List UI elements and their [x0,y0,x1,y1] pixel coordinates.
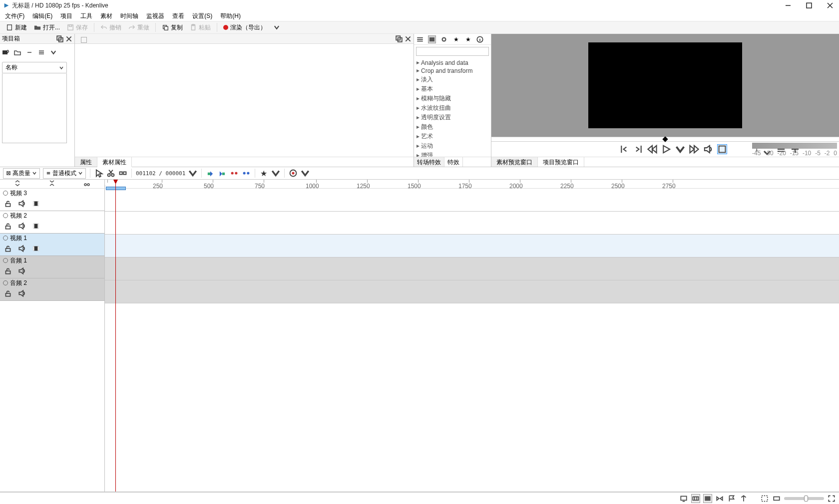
fx-category[interactable]: 透明度设置 [414,113,491,122]
status-video-icon[interactable] [703,494,712,503]
mute-icon[interactable] [18,289,26,299]
tl-fav-dropdown[interactable] [271,169,280,178]
menu-project[interactable]: 项目 [57,11,75,21]
menu-file[interactable]: 文件(F) [2,11,27,21]
zoom-slider[interactable] [784,497,824,500]
tab-properties[interactable]: 属性 [75,157,97,167]
mute-icon[interactable] [18,267,26,276]
track-header[interactable]: 视频 3 [0,189,104,211]
th-expand-icon[interactable] [14,180,20,188]
th-cut-icon[interactable] [84,180,90,188]
hide-video-icon[interactable] [32,222,40,232]
quality-dropdown[interactable]: 高质量 [3,168,40,179]
bin-menu-button[interactable] [38,49,45,57]
tab-project-monitor[interactable]: 项目预览窗口 [538,157,584,167]
open-button[interactable]: 打开... [31,22,63,33]
mode-dropdown[interactable]: 普通模式 [43,168,86,179]
tab-transitions[interactable]: 转场特效 [414,157,444,167]
fx-category[interactable]: 水波纹扭曲 [414,103,491,113]
menu-edit[interactable]: 编辑(E) [29,11,55,21]
track-enable-dot[interactable] [3,213,8,218]
tab-clip-properties[interactable]: 素材属性 [97,157,132,167]
delete-clip-button[interactable] [26,49,33,57]
fx-audio-icon[interactable] [440,35,448,43]
mute-icon[interactable] [18,200,26,209]
timecode-display[interactable]: 001102 / 000001 [136,170,185,177]
mon-set-out-icon[interactable] [633,144,643,154]
track-header[interactable]: 音频 1 [0,256,104,278]
track-enable-dot[interactable] [3,280,8,285]
mon-play-icon[interactable] [661,144,671,154]
tl-marker1-icon[interactable] [206,169,215,178]
tab-effects[interactable]: 特效 [444,157,463,167]
bin-body[interactable] [2,73,67,143]
menu-settings[interactable]: 设置(S) [189,11,215,21]
timeline-ruler[interactable]: 0250500750100012501500175020002250250027… [105,180,839,189]
tl-marker4-icon[interactable] [242,169,251,178]
close-button[interactable] [824,0,836,10]
bin-dropdown-button[interactable] [50,49,57,57]
redo-button[interactable]: 重做 [125,22,152,33]
save-button[interactable]: 保存 [64,22,91,33]
track-enable-dot[interactable] [3,236,8,241]
mon-rewind-icon[interactable] [647,144,657,154]
playhead[interactable] [115,180,116,492]
track-enable-dot[interactable] [3,191,8,196]
timeline-lane[interactable] [105,235,839,257]
undo-button[interactable]: 撤销 [97,22,124,33]
lock-icon[interactable] [4,222,12,232]
track-enable-dot[interactable] [3,258,8,263]
menu-tools[interactable]: 工具 [77,11,95,21]
lock-icon[interactable] [4,245,12,254]
status-snap-icon[interactable] [739,494,748,503]
new-button[interactable]: 新建 [3,22,30,33]
bin-name-header[interactable]: 名称 [2,62,67,73]
tl-preview-dropdown[interactable] [301,169,310,178]
hide-video-icon[interactable] [32,245,40,254]
lock-icon[interactable] [4,289,12,299]
timeline-lane[interactable] [105,257,839,280]
status-fit-icon[interactable] [760,494,769,503]
mon-fullscreen-icon[interactable] [717,144,727,154]
hide-video-icon[interactable] [32,200,40,209]
status-split-icon[interactable] [715,494,724,503]
lock-icon[interactable] [4,200,12,209]
maximize-button[interactable] [803,0,815,10]
panel-close-icon[interactable] [65,35,72,42]
timeline-lane[interactable] [105,212,839,235]
monitor-scrubber[interactable] [491,137,839,142]
timeline-lane[interactable] [105,280,839,303]
paste-button[interactable]: 粘贴 [187,22,214,33]
tl-marker3-icon[interactable] [230,169,239,178]
mon-volume-icon[interactable] [703,144,713,154]
track-header[interactable]: 音频 2 [0,278,104,301]
fx-star-icon[interactable]: ★ [452,35,460,43]
panel-float-icon[interactable] [56,35,63,42]
tl-marker2-icon[interactable] [218,169,227,178]
effects-tree[interactable]: Analysis and dataCrop and transform淡入基本模… [414,58,491,167]
tl-tc-dropdown[interactable] [188,169,197,178]
menu-help[interactable]: 帮助(H) [217,11,244,21]
copy-button[interactable]: 复制 [159,22,186,33]
mon-play-dropdown-icon[interactable] [675,144,685,154]
timeline-body[interactable]: 0250500750100012501500175020002250250027… [105,180,839,492]
track-header[interactable]: 视频 2 [0,211,104,234]
render-button[interactable]: 渲染（导出） [220,22,269,33]
monitor-canvas[interactable] [588,42,742,128]
tl-preview-icon[interactable] [289,169,298,178]
status-monitor-icon[interactable] [679,494,688,503]
fx-video-icon[interactable] [428,35,436,43]
tl-select-tool[interactable] [94,169,103,178]
status-thumbs-icon[interactable] [691,494,700,503]
mute-icon[interactable] [18,222,26,232]
status-zoomfull-icon[interactable] [827,494,836,503]
fx-info-icon[interactable] [476,35,484,43]
status-zoomout-icon[interactable] [772,494,781,503]
tl-razor-tool[interactable] [106,169,115,178]
fx-category[interactable]: 淡入 [414,75,491,84]
fx-category[interactable]: 运动 [414,141,491,151]
lock-icon[interactable] [4,267,12,276]
th-collapse-icon[interactable] [49,180,55,188]
render-dropdown[interactable] [270,23,283,32]
fx-star2-icon[interactable]: ★ [464,35,472,43]
